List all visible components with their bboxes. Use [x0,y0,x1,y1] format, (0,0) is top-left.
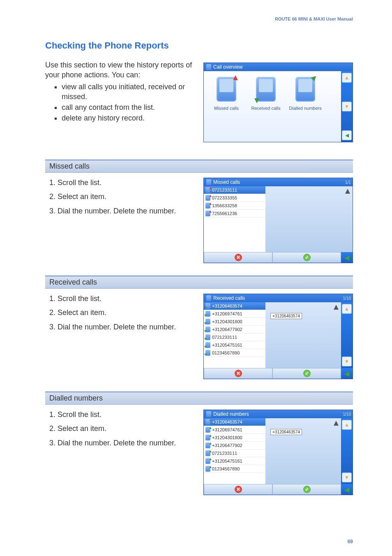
overview-label: Dialled numbers [289,106,321,111]
call-type-icon [205,311,210,317]
map-preview: +31206463574 [265,302,341,368]
call-type-icon [205,342,210,348]
list-titlebar: Missed calls1/1 [204,178,353,186]
call-row[interactable]: 01234567890 [204,465,265,473]
map-preview: +31206463574 [265,418,341,484]
step-item: Dial the number. Delete the number. [58,206,196,216]
scroll-down-button[interactable]: ▼ [342,102,352,111]
header-manual-title: ROUTE 66 MINI & MAXI User Manual [45,16,353,21]
phone-number: 0722333355 [212,195,237,200]
dial-button[interactable]: ✓ [272,368,341,379]
phone-number: 7255661236 [212,211,237,216]
overview-title: Call overview [213,64,242,70]
phone-icon [206,411,211,417]
call-row[interactable]: +31204301800 [204,318,265,326]
page-indicator: 1/1 [345,180,351,185]
phone-number: +31206463574 [212,303,242,308]
intro-bullet: call any contact from the list. [62,102,196,112]
dial-button[interactable]: ✓ [272,484,341,495]
phone-number: +31206477902 [212,443,242,448]
overview-item[interactable]: Dialled numbers [288,77,322,111]
call-row[interactable]: +31206477902 [204,442,265,449]
call-type-icon [205,458,210,464]
delete-button[interactable]: ✕ [204,368,272,379]
phone-icon [206,64,211,70]
scroll-up-button[interactable]: ▲ [342,304,352,314]
check-icon: ✓ [303,254,311,261]
page-indicator: 1/10 [343,296,351,301]
back-button[interactable]: ◀ [341,484,353,495]
phone-icon [256,77,276,102]
call-row[interactable]: 7255661236 [204,210,265,218]
back-button[interactable]: ◀ [342,130,352,140]
call-type-icon [205,203,210,208]
phone-number: 01234567890 [212,350,240,355]
overview-item[interactable]: Received calls [249,77,283,111]
dial-button[interactable]: ✓ [272,252,341,263]
list-title: Missed calls [213,179,240,185]
intro-text: Use this section to view the history rep… [45,60,196,142]
step-item: Select an item. [58,192,196,202]
phone-number: +31204301800 [212,435,242,440]
scroll-up-button[interactable]: ▲ [342,420,352,430]
call-row[interactable]: 01234567890 [204,349,265,357]
call-row[interactable]: 1356633258 [204,202,265,210]
call-row[interactable]: +31206463574 [204,418,265,426]
call-type-icon [205,442,210,448]
call-type-icon [205,211,210,216]
call-row[interactable]: +31206463574 [204,302,265,310]
phone-number: 01234567890 [212,466,240,471]
call-type-icon [205,419,210,425]
check-icon: ✓ [303,370,311,377]
close-icon: ✕ [235,370,242,377]
list-titlebar: Dialled numbers1/10 [204,410,353,418]
phone-number: +31205475161 [212,459,242,463]
back-button[interactable]: ◀ [341,368,353,379]
phone-icon [217,77,236,102]
section-header: Missed calls [45,160,353,173]
step-item: Select an item. [58,308,196,317]
call-type-icon [205,195,210,201]
check-icon: ✓ [303,486,311,493]
back-icon: ◀ [344,370,349,378]
back-button[interactable]: ◀ [341,252,353,263]
call-type-icon [205,466,210,472]
call-row[interactable]: +31205475161 [204,457,265,465]
scroll-down-button[interactable]: ▼ [342,473,352,482]
page-title: Checking the Phone Reports [45,40,353,51]
close-icon: ✕ [235,486,242,493]
list-title: Dialled numbers [213,411,249,417]
map-tooltip: +31206463574 [270,429,302,435]
call-row[interactable]: 0721233111 [204,186,265,194]
scroll-up-button[interactable]: ▲ [342,73,352,83]
section-header: Dialled numbers [45,392,353,405]
map-tooltip: +31206463574 [270,313,302,319]
call-row[interactable]: +31204301800 [204,434,265,442]
page-number: 69 [348,539,353,544]
step-item: Scroll the list. [58,410,196,419]
call-row[interactable]: +31206477902 [204,326,265,334]
list-screenshot: Missed calls1/10721233111072233335513566… [203,178,353,263]
phone-number: 0721233111 [212,188,237,192]
delete-button[interactable]: ✕ [204,252,272,263]
call-row[interactable]: 0721233111 [204,334,265,341]
call-row[interactable]: +31206974761 [204,426,265,434]
delete-button[interactable]: ✕ [204,484,272,495]
overview-label: Missed calls [214,106,239,111]
phone-number: 0721233111 [212,451,237,456]
call-type-icon [205,303,210,309]
phone-number: +31206974761 [212,427,242,432]
overview-titlebar: Call overview [204,63,353,71]
list-screenshot: Received calls1/10+31206463574+312069747… [203,294,353,379]
call-row[interactable]: +31206974761 [204,310,265,318]
overview-item[interactable]: Missed calls [210,77,243,111]
call-row[interactable]: 0722333355 [204,194,265,202]
scroll-down-button[interactable]: ▼ [342,357,352,366]
north-icon [334,305,339,310]
north-icon [334,421,339,426]
call-row[interactable]: 0721233111 [204,449,265,457]
call-row[interactable]: +31205475161 [204,341,265,349]
phone-number: +31206477902 [212,327,242,332]
overview-label: Received calls [251,106,281,111]
map-preview [265,186,353,252]
